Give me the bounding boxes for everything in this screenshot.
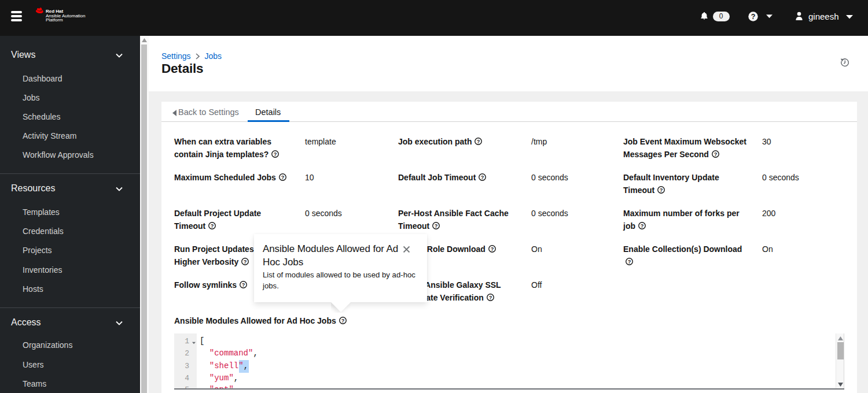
svg-text:?: ? xyxy=(751,13,755,21)
svg-text:?: ? xyxy=(477,139,480,144)
svg-text:?: ? xyxy=(488,295,492,301)
svg-text:?: ? xyxy=(281,175,284,180)
svg-text:?: ? xyxy=(628,259,631,265)
svg-text:?: ? xyxy=(274,151,277,157)
svg-text:?: ? xyxy=(490,246,494,252)
svg-text:?: ? xyxy=(211,223,214,229)
svg-text:?: ? xyxy=(481,175,484,180)
svg-text:?: ? xyxy=(244,259,247,265)
svg-text:?: ? xyxy=(242,282,245,288)
svg-text:?: ? xyxy=(641,223,644,229)
svg-text:?: ? xyxy=(713,151,717,157)
svg-text:?: ? xyxy=(435,223,438,229)
svg-text:?: ? xyxy=(341,318,344,324)
svg-text:?: ? xyxy=(660,187,663,193)
